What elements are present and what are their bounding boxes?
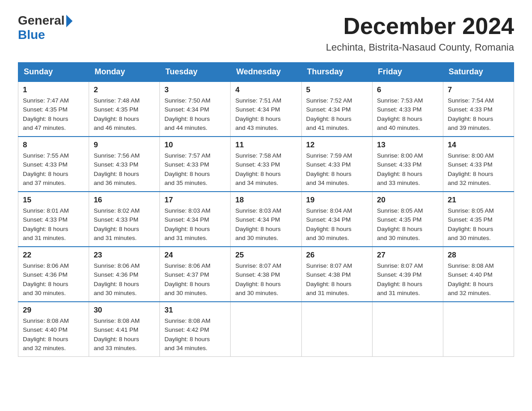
table-row: 12 Sunrise: 7:59 AMSunset: 4:33 PMDaylig… [301,137,372,192]
day-number: 11 [235,141,296,150]
day-number: 12 [306,141,368,150]
calendar-subtitle: Lechinta, Bistrita-Nasaud County, Romani… [326,42,514,53]
day-number: 25 [235,251,296,260]
calendar-week-row: 22 Sunrise: 8:06 AMSunset: 4:36 PMDaylig… [18,247,514,302]
col-friday: Friday [372,63,443,82]
day-info: Sunrise: 8:05 AMSunset: 4:35 PMDaylight:… [448,206,509,243]
day-number: 6 [377,86,438,94]
table-row [231,302,301,357]
table-row: 7 Sunrise: 7:54 AMSunset: 4:33 PMDayligh… [443,81,514,137]
day-number: 17 [164,196,226,205]
day-info: Sunrise: 7:52 AMSunset: 4:34 PMDaylight:… [306,96,368,133]
day-number: 31 [164,306,226,315]
day-number: 27 [377,251,438,260]
day-number: 4 [235,86,296,94]
col-sunday: Sunday [18,63,89,82]
table-row: 25 Sunrise: 8:07 AMSunset: 4:38 PMDaylig… [231,247,301,302]
table-row: 17 Sunrise: 8:03 AMSunset: 4:34 PMDaylig… [160,192,231,247]
day-number: 3 [164,86,226,94]
day-number: 15 [23,196,84,205]
day-number: 5 [306,86,368,94]
table-row: 29 Sunrise: 8:08 AMSunset: 4:40 PMDaylig… [18,302,89,357]
day-number: 9 [94,141,155,150]
day-number: 24 [164,251,226,260]
table-row: 24 Sunrise: 8:06 AMSunset: 4:37 PMDaylig… [160,247,231,302]
table-row: 13 Sunrise: 8:00 AMSunset: 4:33 PMDaylig… [372,137,443,192]
day-info: Sunrise: 7:55 AMSunset: 4:33 PMDaylight:… [23,151,84,188]
day-info: Sunrise: 8:00 AMSunset: 4:33 PMDaylight:… [377,151,438,188]
day-info: Sunrise: 8:04 AMSunset: 4:34 PMDaylight:… [306,206,368,243]
table-row: 15 Sunrise: 8:01 AMSunset: 4:33 PMDaylig… [18,192,89,247]
table-row: 16 Sunrise: 8:02 AMSunset: 4:33 PMDaylig… [89,192,160,247]
table-row: 11 Sunrise: 7:58 AMSunset: 4:33 PMDaylig… [231,137,301,192]
day-info: Sunrise: 7:53 AMSunset: 4:33 PMDaylight:… [377,96,438,133]
table-row: 9 Sunrise: 7:56 AMSunset: 4:33 PMDayligh… [89,137,160,192]
day-number: 21 [448,196,509,205]
day-number: 10 [164,141,226,150]
day-info: Sunrise: 8:07 AMSunset: 4:38 PMDaylight:… [306,261,368,298]
day-info: Sunrise: 7:57 AMSunset: 4:33 PMDaylight:… [164,151,226,188]
table-row: 5 Sunrise: 7:52 AMSunset: 4:34 PMDayligh… [301,81,372,137]
day-info: Sunrise: 7:47 AMSunset: 4:35 PMDaylight:… [23,96,84,133]
day-number: 28 [448,251,509,260]
calendar-table: Sunday Monday Tuesday Wednesday Thursday… [18,62,514,357]
calendar-week-row: 8 Sunrise: 7:55 AMSunset: 4:33 PMDayligh… [18,137,514,192]
day-info: Sunrise: 7:51 AMSunset: 4:34 PMDaylight:… [235,96,296,133]
calendar-title: December 2024 [326,13,514,39]
day-number: 8 [23,141,84,150]
table-row: 20 Sunrise: 8:05 AMSunset: 4:35 PMDaylig… [372,192,443,247]
table-row: 4 Sunrise: 7:51 AMSunset: 4:34 PMDayligh… [231,81,301,137]
calendar-week-row: 15 Sunrise: 8:01 AMSunset: 4:33 PMDaylig… [18,192,514,247]
day-number: 26 [306,251,368,260]
page-header: General Blue December 2024 Lechinta, Bis… [18,13,514,53]
day-number: 7 [448,86,509,94]
day-info: Sunrise: 8:08 AMSunset: 4:40 PMDaylight:… [23,317,84,353]
day-number: 30 [94,306,155,315]
day-info: Sunrise: 7:48 AMSunset: 4:35 PMDaylight:… [94,96,155,133]
day-info: Sunrise: 8:03 AMSunset: 4:34 PMDaylight:… [235,206,296,243]
day-number: 14 [448,141,509,150]
day-info: Sunrise: 8:06 AMSunset: 4:37 PMDaylight:… [164,261,226,298]
table-row: 19 Sunrise: 8:04 AMSunset: 4:34 PMDaylig… [301,192,372,247]
day-info: Sunrise: 8:07 AMSunset: 4:38 PMDaylight:… [235,261,296,298]
day-info: Sunrise: 7:58 AMSunset: 4:33 PMDaylight:… [235,151,296,188]
table-row [443,302,514,357]
col-monday: Monday [89,63,160,82]
table-row: 8 Sunrise: 7:55 AMSunset: 4:33 PMDayligh… [18,137,89,192]
day-info: Sunrise: 8:07 AMSunset: 4:39 PMDaylight:… [377,261,438,298]
day-info: Sunrise: 8:06 AMSunset: 4:36 PMDaylight:… [23,261,84,298]
day-info: Sunrise: 8:05 AMSunset: 4:35 PMDaylight:… [377,206,438,243]
day-number: 20 [377,196,438,205]
day-number: 18 [235,196,296,205]
table-row: 6 Sunrise: 7:53 AMSunset: 4:33 PMDayligh… [372,81,443,137]
day-info: Sunrise: 8:01 AMSunset: 4:33 PMDaylight:… [23,206,84,243]
day-info: Sunrise: 8:03 AMSunset: 4:34 PMDaylight:… [164,206,226,243]
logo-triangle-icon [66,15,73,27]
table-row: 3 Sunrise: 7:50 AMSunset: 4:34 PMDayligh… [160,81,231,137]
col-tuesday: Tuesday [160,63,231,82]
day-info: Sunrise: 7:56 AMSunset: 4:33 PMDaylight:… [94,151,155,188]
calendar-week-row: 1 Sunrise: 7:47 AMSunset: 4:35 PMDayligh… [18,81,514,137]
col-thursday: Thursday [301,63,372,82]
logo-blue-text: Blue [18,28,73,42]
day-number: 13 [377,141,438,150]
day-info: Sunrise: 8:02 AMSunset: 4:33 PMDaylight:… [94,206,155,243]
table-row: 18 Sunrise: 8:03 AMSunset: 4:34 PMDaylig… [231,192,301,247]
day-info: Sunrise: 7:50 AMSunset: 4:34 PMDaylight:… [164,96,226,133]
table-row: 22 Sunrise: 8:06 AMSunset: 4:36 PMDaylig… [18,247,89,302]
table-row: 2 Sunrise: 7:48 AMSunset: 4:35 PMDayligh… [89,81,160,137]
day-number: 29 [23,306,84,315]
day-number: 22 [23,251,84,260]
day-info: Sunrise: 8:00 AMSunset: 4:33 PMDaylight:… [448,151,509,188]
table-row [372,302,443,357]
day-number: 16 [94,196,155,205]
col-wednesday: Wednesday [231,63,301,82]
day-info: Sunrise: 8:08 AMSunset: 4:40 PMDaylight:… [448,261,509,298]
day-info: Sunrise: 8:08 AMSunset: 4:41 PMDaylight:… [94,317,155,353]
day-number: 2 [94,86,155,94]
table-row: 21 Sunrise: 8:05 AMSunset: 4:35 PMDaylig… [443,192,514,247]
table-row: 23 Sunrise: 8:06 AMSunset: 4:36 PMDaylig… [89,247,160,302]
day-info: Sunrise: 7:59 AMSunset: 4:33 PMDaylight:… [306,151,368,188]
day-number: 1 [23,86,84,94]
table-row: 10 Sunrise: 7:57 AMSunset: 4:33 PMDaylig… [160,137,231,192]
